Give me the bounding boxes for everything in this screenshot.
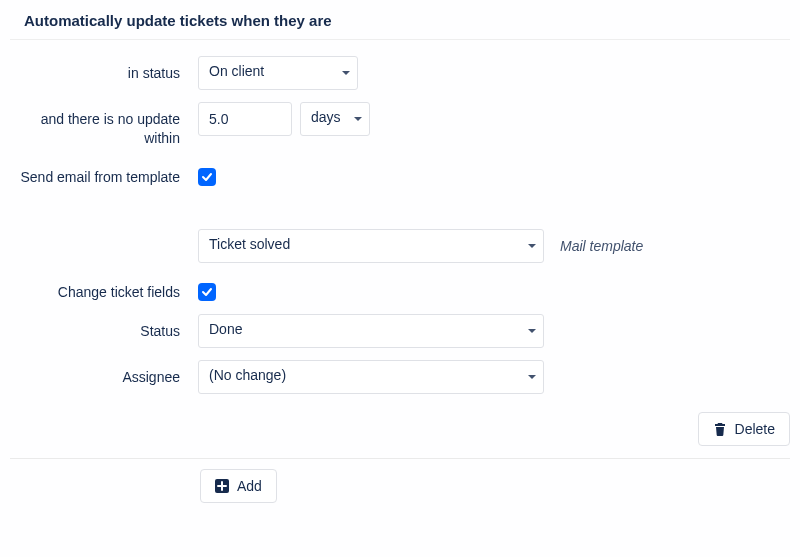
action-bar: Delete — [10, 400, 790, 459]
section-header: Automatically update tickets when they a… — [10, 0, 790, 40]
assignee-set-select[interactable]: (No change) — [198, 360, 544, 394]
label-send-email: Send email from template — [10, 160, 180, 187]
add-bar: Add — [10, 459, 790, 503]
row-no-update: and there is no update within days — [10, 96, 790, 154]
label-no-update: and there is no update within — [10, 102, 180, 148]
label-in-status: in status — [10, 56, 180, 83]
mail-template-select[interactable]: Ticket solved — [198, 229, 544, 263]
send-email-checkbox[interactable] — [198, 168, 216, 186]
label-status-set: Status — [10, 314, 180, 341]
duration-value-input[interactable] — [198, 102, 292, 136]
add-button-label: Add — [237, 478, 262, 494]
mail-template-hint: Mail template — [552, 238, 643, 254]
change-fields-checkbox[interactable] — [198, 283, 216, 301]
row-change-fields: Change ticket fields — [10, 269, 790, 308]
form-body: in status On client and there is no upda… — [10, 40, 790, 507]
label-assignee-set: Assignee — [10, 360, 180, 387]
row-in-status: in status On client — [10, 50, 790, 96]
section-title: Automatically update tickets when they a… — [24, 12, 790, 29]
label-change-fields: Change ticket fields — [10, 275, 180, 302]
row-status-set: Status Done — [10, 308, 790, 354]
status-trigger-select[interactable]: On client — [198, 56, 358, 90]
add-button[interactable]: Add — [200, 469, 277, 503]
delete-button-label: Delete — [735, 421, 775, 437]
status-set-select[interactable]: Done — [198, 314, 544, 348]
row-send-email: Send email from template — [10, 154, 790, 193]
label-mail-template-spacer — [10, 229, 180, 237]
trash-icon — [713, 422, 727, 436]
row-mail-template: Ticket solved Mail template — [10, 223, 790, 269]
delete-button[interactable]: Delete — [698, 412, 790, 446]
duration-unit-select[interactable]: days — [300, 102, 370, 136]
row-assignee-set: Assignee (No change) — [10, 354, 790, 400]
plus-icon — [215, 479, 229, 493]
